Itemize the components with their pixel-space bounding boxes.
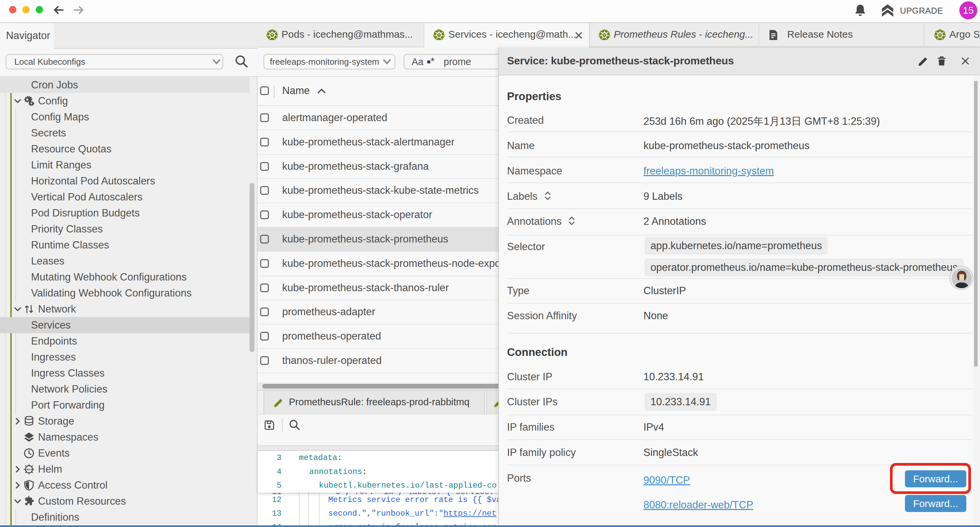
svg-text:HELM: HELM [25,468,33,471]
